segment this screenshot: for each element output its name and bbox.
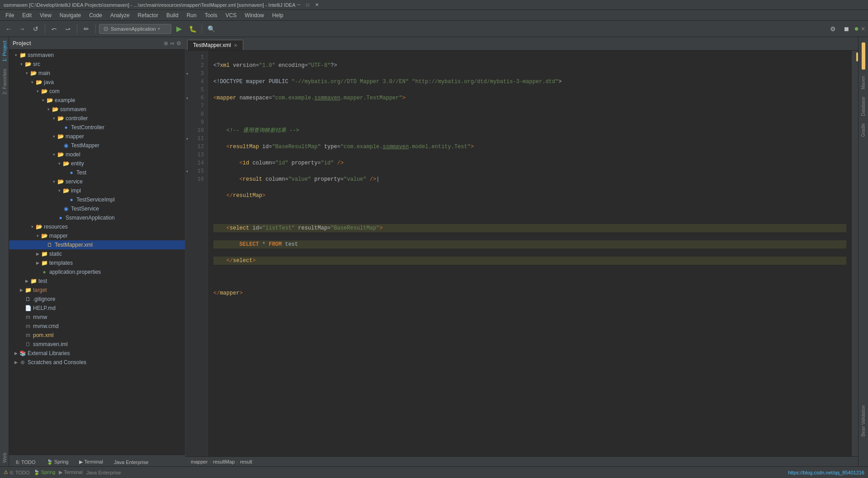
- tree-item-test-folder[interactable]: ▶📁test: [9, 276, 185, 286]
- tree-item-controller[interactable]: ▾📂controller: [9, 114, 185, 123]
- tree-item-mapper-res[interactable]: ▾📂mapper: [9, 231, 185, 240]
- code-content[interactable]: <?xml version="1.0" encoding="UTF-8"?> <…: [208, 51, 852, 456]
- tree-item-service[interactable]: ▾📂service: [9, 177, 185, 186]
- toolbar-forward-button[interactable]: →: [16, 23, 28, 35]
- tree-item-testserviceimpl[interactable]: ●TestServiceImpl: [9, 195, 185, 204]
- code-line-4: [213, 110, 846, 118]
- main-layout: 1: Project 2: Favorites Web Project ⊕ ⇔ …: [0, 37, 868, 466]
- tab-terminal[interactable]: ▶ Terminal: [74, 457, 108, 466]
- toolbar-back-button[interactable]: ←: [3, 23, 14, 35]
- editor-tab-testmapper-xml[interactable]: TestMapper.xml ✕: [187, 40, 243, 50]
- status-url[interactable]: https://blog.csdn.net/qq_85401216: [788, 470, 864, 475]
- tree-item-scratches[interactable]: ▶⊕Scratches and Consoles: [9, 358, 185, 367]
- tree-item-helpmd[interactable]: 📄HELP.md: [9, 304, 185, 313]
- minimize-button[interactable]: ─: [296, 2, 302, 8]
- tab-todo[interactable]: 6: TODO: [11, 458, 41, 466]
- tree-item-gitignore[interactable]: 🗋.gitignore: [9, 295, 185, 304]
- project-collapse-icon[interactable]: ⇔: [170, 40, 175, 47]
- tree-item-appprops[interactable]: ●application.properties: [9, 267, 185, 276]
- toolbar-edit-button[interactable]: ✏: [80, 23, 92, 35]
- tree-item-mvnwcmd[interactable]: mmvnw.cmd: [9, 322, 185, 331]
- gutter-fold-3[interactable]: ▾: [185, 70, 189, 78]
- editor-scrollbar[interactable]: [852, 51, 858, 456]
- tree-item-ssmmaveniml[interactable]: 🗋ssmmaven.iml: [9, 340, 185, 349]
- menu-navigate[interactable]: Navigate: [56, 11, 85, 19]
- breadcrumb-result[interactable]: result: [240, 459, 252, 464]
- tree-item-main[interactable]: ▾📂main: [9, 69, 185, 78]
- right-panel-bean-validation[interactable]: Bean Validation: [860, 403, 867, 439]
- tree-item-resources[interactable]: ▾📂resources: [9, 222, 185, 231]
- tree-item-pomxml[interactable]: mpom.xml: [9, 331, 185, 340]
- tree-item-model[interactable]: ▾📂model: [9, 150, 185, 159]
- menu-edit[interactable]: Edit: [19, 11, 35, 19]
- breadcrumb-resultmap[interactable]: resultMap: [213, 459, 235, 464]
- toolbar-settings-button[interactable]: ⚙: [827, 23, 839, 35]
- tree-item-testmapper[interactable]: ◉TestMapper: [9, 141, 185, 150]
- tree-item-testmapper-xml[interactable]: 🗋TestMapper.xml: [9, 240, 185, 249]
- tab-spring[interactable]: 🍃 Spring: [42, 457, 74, 466]
- tree-item-testcontroller[interactable]: ●TestController: [9, 123, 185, 132]
- tree-item-testservice[interactable]: ◉TestService: [9, 204, 185, 213]
- breadcrumb-mapper[interactable]: mapper: [191, 459, 208, 464]
- project-settings-icon[interactable]: ⚙: [176, 40, 181, 47]
- gutter-fold-6[interactable]: ▾: [185, 94, 189, 102]
- menu-file[interactable]: File: [2, 11, 18, 19]
- gutter-fold-15[interactable]: ▾: [185, 167, 189, 175]
- tree-item-entity[interactable]: ▾📂entity: [9, 159, 185, 168]
- tree-item-mapper-pkg[interactable]: ▾📂mapper: [9, 132, 185, 141]
- tree-item-com[interactable]: ▾📂com: [9, 87, 185, 96]
- toolbar-refresh-button[interactable]: ↺: [30, 23, 42, 35]
- menu-tools[interactable]: Tools: [201, 11, 221, 19]
- tree-item-mvnw[interactable]: mmvnw: [9, 313, 185, 322]
- tree-item-static[interactable]: ▶📁static: [9, 249, 185, 258]
- menu-view[interactable]: View: [36, 11, 55, 19]
- tree-item-ssmavenapp[interactable]: ●SsmavenApplication: [9, 213, 185, 222]
- debug-button[interactable]: 🐛: [187, 23, 198, 35]
- gutter-mark-2: [185, 61, 189, 70]
- menu-run[interactable]: Run: [183, 11, 200, 19]
- right-panel-gradle[interactable]: Gradle: [860, 121, 867, 140]
- editor-tab-close[interactable]: ✕: [234, 43, 237, 48]
- tree-item-external-libs[interactable]: ▶📚External Libraries: [9, 349, 185, 358]
- status-java-enterprise[interactable]: Java Enterprise: [86, 470, 121, 475]
- tree-item-src[interactable]: ▾📂src: [9, 60, 185, 69]
- tree-item-ssmmaven[interactable]: ▾📁ssmmaven: [9, 51, 185, 60]
- tree-item-test-class[interactable]: ●Test: [9, 168, 185, 177]
- run-button[interactable]: ▶: [173, 23, 185, 35]
- toolbar-green-icon[interactable]: ●: [854, 24, 859, 33]
- menu-window[interactable]: Window: [241, 11, 268, 19]
- status-terminal[interactable]: ▶ Terminal: [59, 469, 82, 475]
- menu-refactor[interactable]: Refactor: [134, 11, 162, 19]
- toolbar-undo-button[interactable]: ⤺: [48, 23, 60, 35]
- vtab-project[interactable]: 1: Project: [0, 37, 9, 65]
- close-button[interactable]: ✕: [314, 2, 320, 8]
- vtab-web[interactable]: Web: [0, 449, 9, 466]
- line-num-15: 15: [189, 167, 204, 175]
- maximize-button[interactable]: □: [305, 2, 311, 8]
- tree-item-example[interactable]: ▾📂example: [9, 96, 185, 105]
- tree-item-ssmmaven-pkg[interactable]: ▾📂ssmmaven: [9, 105, 185, 114]
- status-todo[interactable]: ⚠ 6: TODO: [4, 469, 30, 475]
- status-spring[interactable]: 🍃 Spring: [33, 469, 56, 475]
- toolbar-cancel-icon[interactable]: ✕: [861, 26, 865, 32]
- tree-item-templates[interactable]: ▶📁templates: [9, 258, 185, 267]
- right-panel-maven[interactable]: Maven: [860, 73, 867, 92]
- toolbar-search-button[interactable]: 🔍: [205, 23, 217, 35]
- tree-item-impl[interactable]: ▾📂impl: [9, 186, 185, 195]
- tree-item-target[interactable]: ▶📁target: [9, 286, 185, 295]
- menu-analyze[interactable]: Analyze: [107, 11, 133, 19]
- menu-build[interactable]: Build: [163, 11, 182, 19]
- toolbar-stop-button[interactable]: ⏹: [840, 23, 852, 35]
- tab-java-enterprise[interactable]: Java Enterprise: [109, 458, 153, 466]
- menu-vcs[interactable]: VCS: [222, 11, 241, 19]
- tree-item-java[interactable]: ▾📂java: [9, 78, 185, 87]
- run-config-dropdown[interactable]: ⚙ SsmavenApplication ▾: [99, 24, 171, 34]
- vtab-favorites[interactable]: 2: Favorites: [0, 65, 9, 98]
- project-locate-icon[interactable]: ⊕: [164, 40, 168, 47]
- menu-help[interactable]: Help: [269, 11, 287, 19]
- line-num-11: 11: [189, 135, 204, 143]
- right-panel-database[interactable]: Database: [860, 94, 867, 119]
- toolbar-redo-button[interactable]: ⤻: [62, 23, 74, 35]
- menu-code[interactable]: Code: [85, 11, 106, 19]
- gutter-fold-11[interactable]: ▾: [185, 135, 189, 143]
